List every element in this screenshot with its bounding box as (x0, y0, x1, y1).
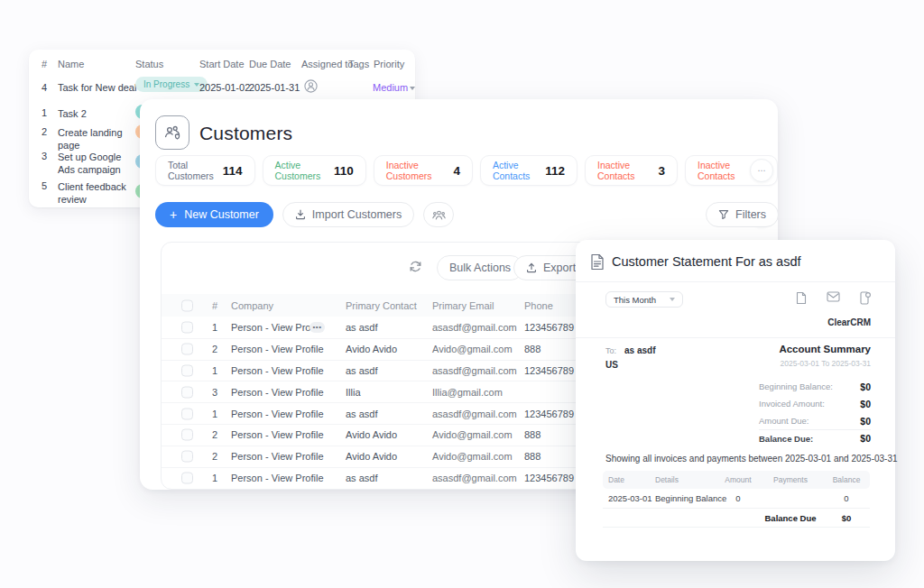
row-checkbox[interactable] (181, 429, 193, 441)
statement-title: Customer Statement For as asdf (612, 254, 801, 269)
import-customers-button[interactable]: Import Customers (282, 202, 414, 227)
customer-groups-button[interactable] (423, 202, 454, 227)
task-name: Task for New deal (58, 82, 136, 93)
stat-value: 114 (223, 164, 243, 178)
summary-value: $0 (860, 433, 871, 444)
stat-value: 112 (545, 164, 565, 178)
row-checkbox[interactable] (181, 408, 193, 419)
row-checkbox[interactable] (181, 386, 193, 398)
statement-actions (795, 291, 871, 305)
summary-label: Balance Due: (759, 434, 813, 444)
download-icon (295, 209, 306, 220)
cell-phone: 888 (524, 344, 541, 354)
priority-label: Medium (373, 82, 408, 93)
stat-chip-active-contacts: Active Contacts 112 (480, 155, 578, 186)
col-company: Company (231, 300, 273, 311)
stat-label: Total Customers (168, 160, 214, 181)
filters-button[interactable]: Filters (706, 202, 779, 227)
cell-company[interactable]: Person - View Profile (231, 451, 324, 462)
cell-company[interactable]: Person - View Profile (231, 365, 324, 376)
task-col-tags: Tags (348, 59, 369, 69)
statement-doc-icon (590, 253, 605, 271)
summary-value: $0 (860, 381, 871, 392)
filters-label: Filters (735, 208, 766, 221)
period-select-value: This Month (614, 295, 656, 305)
row-checkbox[interactable] (181, 321, 193, 333)
priority-dropdown[interactable]: Medium (373, 82, 408, 93)
cell-phone: 123456789 (524, 365, 574, 376)
pdf-file-button[interactable] (795, 291, 808, 305)
task-col-status: Status (135, 59, 163, 69)
cell-company[interactable]: Person - View Profile (231, 429, 324, 440)
cell-email: asasdf@gmail.com (432, 473, 517, 483)
divider (576, 337, 895, 338)
cell-contact: as asdf (346, 365, 377, 376)
row-checkbox[interactable] (181, 451, 193, 463)
cell-num: 3 (212, 387, 217, 398)
cell-email: asasdf@gmail.com (432, 409, 517, 419)
bulk-actions-button[interactable]: Bulk Actions (437, 255, 523, 280)
stats-more-button[interactable]: ⋯ (750, 159, 773, 182)
task-col-priority: Priority (374, 59, 404, 69)
actions-row: + New Customer Import Customers (155, 202, 454, 227)
task-col-start: Start Date (199, 59, 245, 69)
cell-balance: 0 (823, 493, 870, 503)
cell-date: 2025-03-01 (603, 493, 650, 503)
select-all-checkbox[interactable] (181, 299, 193, 311)
more-icon: ⋯ (758, 166, 766, 175)
cell-amount: 0 (718, 493, 758, 503)
task-start-date: 2025-01-02 (199, 82, 250, 93)
stat-label: Active Customers (275, 160, 325, 181)
cell-contact: Illia (346, 387, 361, 398)
cell-company[interactable]: Person - View Profile (231, 344, 324, 354)
showing-invoices-text: Showing all invoices and payments betwee… (605, 454, 898, 464)
cell-phone: 888 (524, 429, 541, 440)
summary-label: Invoiced Amount: (759, 399, 825, 409)
cell-phone: 123456789 (524, 322, 574, 333)
cell-company[interactable]: Person - View Profile (231, 473, 324, 483)
period-select[interactable]: This Month (605, 291, 683, 308)
task-num: 3 (42, 151, 47, 161)
task-due-date: 2025-01-31 (249, 82, 300, 93)
cell-email: asasdf@gmail.com (432, 365, 517, 376)
footer-balance-due-value: $0 (823, 513, 870, 523)
upload-icon (526, 262, 537, 273)
refresh-icon (409, 260, 422, 273)
cell-company[interactable]: Person - View Profile (231, 409, 324, 419)
plus-icon: + (170, 208, 177, 221)
refresh-button[interactable] (407, 258, 424, 275)
stat-chip-active-customers: Active Customers 110 (263, 155, 366, 186)
assignee-avatar-icon[interactable] (304, 79, 318, 93)
row-checkbox[interactable] (181, 472, 193, 483)
col-payments: Payments (758, 475, 823, 484)
task-num: 1 (42, 107, 47, 118)
cell-company[interactable]: Person - View Profile (231, 387, 324, 398)
email-button[interactable] (827, 291, 840, 305)
col-primary-email: Primary Email (432, 300, 494, 311)
stat-value: 110 (334, 164, 354, 178)
statement-table-header: Date Details Amount Payments Balance (603, 471, 870, 489)
col-num: # (212, 300, 217, 311)
cell-num: 1 (212, 365, 217, 376)
task-col-due: Due Date (249, 59, 291, 69)
col-date: Date (603, 475, 650, 484)
summary-label: Beginning Balance: (759, 381, 833, 391)
stat-chip-total-customers: Total Customers 114 (155, 155, 255, 186)
phone-button[interactable] (859, 291, 871, 305)
task-name: Create landing page (58, 126, 134, 152)
divider (576, 281, 895, 282)
footer-balance-due-label: Balance Due (758, 513, 823, 523)
row-menu-icon[interactable]: ••• (310, 322, 325, 333)
stats-row: Total Customers 114 Active Customers 110… (155, 155, 778, 186)
row-checkbox[interactable] (181, 364, 193, 376)
status-label: In Progress (143, 79, 189, 89)
cell-email: Avido@gmail.com (432, 429, 513, 440)
page-title: Customers (199, 123, 292, 144)
status-dropdown[interactable]: In Progress (135, 77, 208, 92)
col-phone: Phone (524, 300, 553, 311)
stat-label: Inactive Customers (386, 160, 445, 181)
summary-row-balance-due: Balance Due: $0 (759, 429, 871, 446)
row-checkbox[interactable] (181, 344, 193, 355)
new-customer-button[interactable]: + New Customer (155, 202, 273, 227)
cell-phone: 888 (524, 451, 541, 462)
